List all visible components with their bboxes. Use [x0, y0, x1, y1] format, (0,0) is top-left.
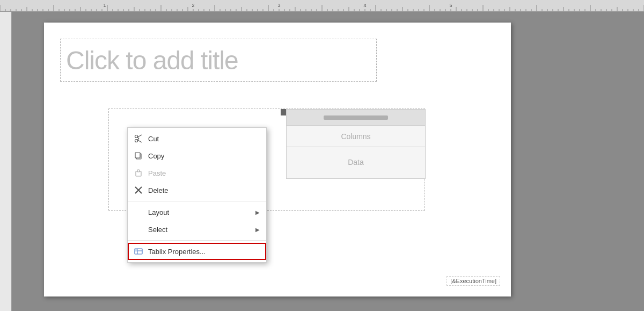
- menu-item-layout[interactable]: Layout ▶: [128, 204, 266, 221]
- svg-rect-15: [135, 249, 137, 251]
- tablix-columns-label: Columns: [341, 132, 370, 141]
- copy-icon: [133, 150, 144, 161]
- svg-line-2: [137, 135, 142, 138]
- tablix-header-bar: [324, 115, 388, 120]
- tablix-data-label: Data: [348, 158, 364, 167]
- svg-rect-9: [137, 170, 140, 172]
- delete-label: Delete: [148, 186, 260, 194]
- scissors-icon: [133, 133, 144, 144]
- menu-separator-1: [128, 201, 266, 201]
- select-label: Select: [148, 226, 255, 234]
- paste-icon: [133, 168, 144, 178]
- menu-item-select[interactable]: Select ▶: [128, 221, 266, 238]
- tablix-properties-label: Tablix Properties...: [148, 248, 260, 256]
- svg-line-3: [137, 140, 142, 143]
- ruler-top: [0, 0, 644, 12]
- menu-item-copy[interactable]: Copy: [128, 147, 266, 164]
- cut-label: Cut: [148, 135, 260, 143]
- svg-rect-7: [135, 153, 140, 158]
- context-menu: Cut Copy P: [127, 127, 267, 263]
- select-arrow: ▶: [255, 227, 260, 233]
- menu-item-tablix-properties[interactable]: Tablix Properties...: [128, 243, 266, 260]
- ruler-left: [0, 12, 12, 311]
- main-area: Click to add title Columns Data [&Execut…: [12, 12, 644, 311]
- tablix-properties-icon: [133, 246, 144, 257]
- tablix-columns-cell: Columns: [287, 126, 425, 147]
- title-text: Click to add title: [66, 46, 238, 75]
- title-placeholder[interactable]: Click to add title: [60, 39, 377, 82]
- copy-label: Copy: [148, 152, 260, 160]
- menu-separator-2: [128, 240, 266, 241]
- svg-point-1: [135, 140, 138, 142]
- delete-icon: [133, 185, 144, 196]
- tablix-inner[interactable]: Columns Data: [286, 109, 426, 179]
- menu-item-delete[interactable]: Delete: [128, 182, 266, 199]
- tablix-header: [287, 110, 425, 126]
- layout-arrow: ▶: [255, 209, 260, 215]
- select-icon: [133, 224, 144, 235]
- ruler-canvas: [0, 0, 644, 12]
- menu-item-cut[interactable]: Cut: [128, 130, 266, 147]
- tablix-data-cell: Data: [287, 147, 425, 177]
- layout-label: Layout: [148, 208, 255, 216]
- svg-line-5: [137, 139, 139, 140]
- execution-time-value: [&ExecutionTime]: [450, 278, 496, 284]
- menu-item-paste[interactable]: Paste: [128, 164, 266, 182]
- page: Click to add title Columns Data [&Execut…: [44, 23, 511, 296]
- paste-label: Paste: [148, 169, 260, 177]
- svg-point-0: [135, 135, 138, 138]
- layout-icon: [133, 207, 144, 218]
- execution-time: [&ExecutionTime]: [447, 276, 500, 286]
